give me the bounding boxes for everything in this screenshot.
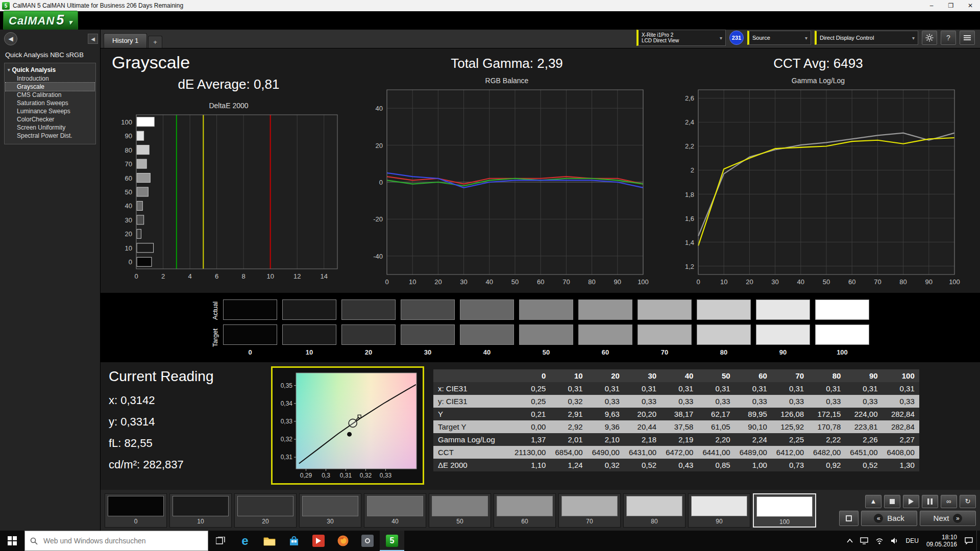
patch-swatch bbox=[756, 496, 813, 517]
taskbar-file-explorer-app[interactable] bbox=[257, 531, 282, 551]
test-patch-40[interactable]: 40 bbox=[364, 493, 426, 528]
action-center-button[interactable] bbox=[961, 531, 976, 551]
taskbar-search[interactable] bbox=[24, 531, 208, 551]
test-patch-80[interactable]: 80 bbox=[623, 493, 685, 528]
svg-text:60: 60 bbox=[537, 278, 544, 286]
sidebar-collapse-icon[interactable]: ◀ bbox=[88, 34, 98, 44]
sidebar-item-cms-calibration[interactable]: CMS Calibration bbox=[6, 91, 94, 99]
app-header: CalMAN 5 ▾ bbox=[0, 11, 980, 30]
svg-text:6: 6 bbox=[215, 272, 218, 280]
continuous-read-button[interactable]: ∞ bbox=[941, 495, 957, 508]
taskbar-calman-app[interactable]: 5 bbox=[380, 531, 404, 551]
table-cell: 224,00 bbox=[845, 408, 882, 420]
meter-dropdown[interactable]: X-Rite i1Pro 2 LCD Direct View ▾ bbox=[636, 30, 726, 46]
patch-scroll-up-button[interactable]: ▲ bbox=[865, 495, 881, 508]
svg-text:40: 40 bbox=[486, 278, 493, 286]
table-cell: 223,81 bbox=[845, 420, 882, 433]
swatch-level-label: 20 bbox=[365, 348, 372, 356]
pattern-window-button[interactable] bbox=[839, 511, 859, 526]
taskbar-store-app[interactable] bbox=[282, 531, 306, 551]
patch-swatch bbox=[626, 496, 682, 516]
calman-logo[interactable]: CalMAN 5 ▾ bbox=[3, 11, 78, 30]
loop-button[interactable]: ↻ bbox=[960, 495, 976, 508]
test-patch-60[interactable]: 60 bbox=[494, 493, 556, 528]
pause-button[interactable] bbox=[922, 495, 938, 508]
taskbar-edge-app[interactable]: e bbox=[233, 531, 257, 551]
svg-text:40: 40 bbox=[797, 278, 804, 286]
tray-display-button[interactable] bbox=[856, 531, 872, 551]
target-swatch-10 bbox=[282, 324, 336, 345]
close-button[interactable]: ✕ bbox=[961, 0, 980, 11]
results-table: 0102030405060708090100x: CIE310,250,310,… bbox=[433, 369, 919, 471]
test-patch-100[interactable]: 100 bbox=[753, 493, 816, 528]
show-desktop-button[interactable] bbox=[976, 531, 980, 551]
current-reading-title: Current Reading bbox=[109, 368, 271, 385]
svg-text:14: 14 bbox=[320, 272, 327, 280]
settings-button[interactable] bbox=[922, 31, 937, 45]
back-button[interactable]: « Back bbox=[861, 511, 917, 526]
tab-history-1[interactable]: History 1 bbox=[104, 33, 147, 48]
actual-swatch-90 bbox=[756, 299, 810, 320]
cie-chart-panel[interactable]: 0,350,340,330,320,310,290,30,310,320,33 bbox=[271, 366, 424, 485]
test-patch-70[interactable]: 70 bbox=[558, 493, 621, 528]
meter-mode: LCD Direct View bbox=[642, 38, 679, 43]
sidebar-item-spectral-power-dist[interactable]: Spectral Power Dist. bbox=[6, 132, 94, 140]
tray-volume-button[interactable] bbox=[887, 531, 902, 551]
taskbar-media-player-app[interactable] bbox=[306, 531, 331, 551]
actual-swatch-30 bbox=[401, 299, 455, 320]
logo-dropdown-caret-icon[interactable]: ▾ bbox=[68, 18, 72, 26]
start-button[interactable] bbox=[0, 531, 24, 551]
svg-text:2: 2 bbox=[691, 166, 694, 174]
test-patch-90[interactable]: 90 bbox=[688, 493, 750, 528]
sidebar-item-luminance-sweeps[interactable]: Luminance Sweeps bbox=[6, 107, 94, 115]
rgb-balance-chart: 010203040506070809010040200-20-40 bbox=[354, 87, 660, 290]
help-button[interactable]: ? bbox=[941, 31, 956, 45]
search-input[interactable] bbox=[42, 536, 198, 545]
sidebar-item-screen-uniformity[interactable]: Screen Uniformity bbox=[6, 123, 94, 132]
add-tab-button[interactable]: + bbox=[148, 36, 162, 48]
gamma-chart: 01020304050607080901002,62,42,221,81,61,… bbox=[660, 87, 976, 290]
sidebar-tree-root[interactable]: ▾ Quick Analysis bbox=[6, 65, 94, 74]
table-cell: 2,01 bbox=[550, 433, 587, 446]
tray-expand-button[interactable] bbox=[843, 531, 856, 551]
taskbar-firefox-app[interactable] bbox=[331, 531, 355, 551]
source-dropdown[interactable]: Source ▾ bbox=[747, 31, 811, 45]
tray-network-button[interactable] bbox=[872, 531, 887, 551]
actual-swatch-40 bbox=[460, 299, 514, 320]
sidebar-item-introduction[interactable]: Introduction bbox=[6, 74, 94, 83]
gamma-chart-svg: 01020304050607080901002,62,42,221,81,61,… bbox=[674, 87, 963, 290]
next-button[interactable]: Next » bbox=[920, 511, 976, 526]
sidebar-item-grayscale[interactable]: Grayscale bbox=[6, 83, 94, 91]
table-cell: 0,31 bbox=[587, 382, 624, 395]
sidebar-item-colorchecker[interactable]: ColorChecker bbox=[6, 115, 94, 123]
layout-menu-button[interactable] bbox=[960, 31, 975, 45]
test-patch-10[interactable]: 10 bbox=[169, 493, 232, 528]
table-cell: 0,33 bbox=[587, 395, 624, 408]
patch-list: 0102030405060708090100 bbox=[105, 493, 819, 528]
taskbar-clock[interactable]: 18:10 09.05.2016 bbox=[922, 534, 961, 548]
test-patch-0[interactable]: 0 bbox=[105, 493, 167, 528]
table-cell: 2,26 bbox=[845, 433, 882, 446]
patch-level-label: 80 bbox=[651, 518, 657, 525]
task-view-button[interactable] bbox=[208, 531, 233, 551]
stop-button[interactable] bbox=[884, 495, 900, 508]
minimize-button[interactable]: – bbox=[922, 0, 941, 11]
test-patch-20[interactable]: 20 bbox=[234, 493, 297, 528]
table-column-header: 70 bbox=[772, 369, 808, 382]
target-swatch-50 bbox=[519, 324, 573, 345]
svg-text:-20: -20 bbox=[373, 215, 383, 223]
display-control-dropdown[interactable]: Direct Display Control ▾ bbox=[815, 31, 918, 45]
play-button[interactable] bbox=[903, 495, 919, 508]
tree-expander-icon[interactable]: ▾ bbox=[8, 67, 10, 72]
language-indicator[interactable]: DEU bbox=[902, 531, 922, 551]
taskbar-utility-app[interactable] bbox=[355, 531, 380, 551]
test-patch-30[interactable]: 30 bbox=[299, 493, 361, 528]
current-reading-panel: Current Reading x: 0,3142y: 0,3314fL: 82… bbox=[109, 366, 271, 485]
sidebar-back-button[interactable]: ◀ bbox=[4, 32, 17, 45]
swatch-level-label: 30 bbox=[424, 348, 431, 356]
actual-swatch-0 bbox=[223, 299, 277, 320]
restore-button[interactable]: ❐ bbox=[941, 0, 961, 11]
sidebar-item-saturation-sweeps[interactable]: Saturation Sweeps bbox=[6, 99, 94, 107]
test-patch-50[interactable]: 50 bbox=[429, 493, 491, 528]
table-cell: 6854,00 bbox=[550, 446, 587, 459]
